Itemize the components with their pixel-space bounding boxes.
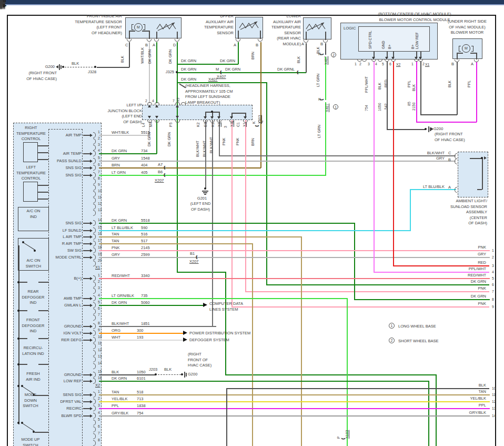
j203-label: J203	[149, 367, 157, 373]
wire-circuit: 542	[384, 103, 388, 110]
module-pin-num: 3	[368, 62, 370, 66]
g200-left-name: G200	[35, 64, 55, 70]
module-pin-num: 2	[422, 62, 425, 66]
junction-bottom-pin: 3	[224, 126, 227, 128]
splice-j328-dot	[94, 66, 96, 68]
g200-hvac-name: G200	[188, 372, 197, 378]
g201-loc: (LEFT END OF DASH)	[184, 201, 217, 212]
wire-label: BLK	[297, 56, 300, 63]
connector-name: X407	[217, 74, 226, 80]
wire-label: DK GRN	[181, 58, 196, 64]
junction-bottom-pin: M4	[149, 122, 153, 127]
note-2-text: SHORT WHEEL BASE	[398, 339, 439, 344]
module-pin-num: 1	[411, 62, 414, 66]
pin-letter: A	[234, 43, 236, 48]
module-pin-num: 6	[389, 62, 391, 66]
splice-label: B1	[190, 251, 195, 257]
connector-name: X407	[324, 56, 328, 65]
g201-name: G201	[190, 196, 214, 202]
inline-connector-icon: ((	[255, 126, 258, 127]
g200-mid-loc: (RIGHT FRONT OF HVAC CASE)	[435, 132, 465, 143]
pin-letter: A	[301, 42, 304, 47]
wire-label: BLK/WHT	[408, 151, 445, 156]
note-ref-2: 2	[331, 52, 336, 57]
junction-block-box	[142, 105, 253, 120]
junction-bottom-pin: K	[252, 121, 256, 124]
pin-letter: D	[173, 43, 176, 48]
pin-letter: A	[448, 185, 451, 191]
module-pin-label: B+	[411, 44, 415, 49]
wire-label: PNK	[222, 138, 226, 145]
inline-connector-icon: ((	[341, 439, 345, 440]
junction-x9-label: X9	[176, 97, 180, 102]
connector-name: X103	[345, 430, 349, 439]
note-ref-1: 1	[333, 104, 338, 110]
wire-label: LT GRN	[316, 74, 320, 87]
junction-top-pin: 7	[173, 99, 175, 103]
motor-title: (UNDER RIGHT SIDE OF HVAC MODULE) BLOWER…	[441, 19, 493, 36]
wire-label: DK GRN	[167, 132, 171, 146]
module-x1-label: X1	[425, 63, 429, 66]
junction-bottom-pin: K1	[211, 122, 215, 127]
head-x2-label: X2	[95, 383, 100, 389]
upper-sensor-title: UPPER AUXILIARY AIR TEMPERATURE SENSOR	[189, 14, 234, 36]
inline-connector-icon: ((	[319, 55, 323, 55]
module-pin-label: GND	[381, 41, 385, 49]
wire-circuit: 2150	[412, 102, 416, 111]
wire-label: BLK/WHT	[209, 137, 213, 153]
wire-label: GRY	[408, 156, 445, 162]
wire-circuit: 754	[365, 105, 368, 111]
wire-label: PPL/WHT	[365, 76, 368, 93]
headliner-note: (HEADLINER HARNESS, APPROXIMATELY 105 CM…	[185, 83, 254, 105]
wire-label: DK GRN	[148, 49, 152, 64]
connector-name: X207	[155, 178, 164, 184]
connector-name: X407	[208, 77, 218, 83]
ambient-title: AMBIENT LIGHT/ SUNLOAD SENSOR ASSEMBLY (…	[440, 199, 487, 226]
wire-label: RED	[384, 80, 388, 87]
splice-j203-dot	[155, 373, 157, 375]
junction-bottom-pin: L4	[142, 123, 145, 127]
pin-letter: C	[125, 43, 128, 48]
wire-label: PPL	[467, 81, 471, 87]
note-2-circle: 2	[389, 338, 395, 343]
g200-left-wire: BLK	[72, 61, 79, 67]
junction-bottom-pin: X11	[230, 121, 234, 127]
connector-pin: L	[293, 67, 295, 73]
connector-pin: P	[337, 436, 340, 439]
junction-bottom-pin: C1	[236, 122, 240, 127]
wire-label: BRN	[251, 52, 255, 60]
connector-name: X207	[189, 259, 199, 265]
wire-circuit: 85	[407, 102, 411, 106]
connector-name: X407	[325, 104, 329, 112]
wire-label: BLK/WHT	[203, 141, 206, 157]
power-dist-arrow-icon	[183, 331, 187, 335]
junction-bottom-pin: X1	[217, 122, 221, 127]
g200-mid-name: G200	[434, 126, 443, 132]
junction-top-pin: 4	[152, 99, 154, 103]
wire-label: DK GRN	[277, 67, 293, 73]
splice-label: B6	[158, 170, 163, 175]
splice-label: A7	[158, 162, 163, 168]
wire-label: BLK	[378, 83, 381, 90]
connector-name: X403	[258, 115, 261, 124]
head-x1-label: X1	[95, 265, 100, 271]
inline-connector-icon: ((	[164, 173, 164, 176]
computer-data-label: COMPUTER DATA LINES SYSTEM	[209, 301, 243, 312]
wire-label: BLK/WHT	[196, 141, 199, 157]
wire-label: LT BLU/BLK	[408, 184, 445, 190]
wire-label: WHT/BLK	[140, 47, 144, 64]
power-dist-label: POWER DISTRIBUTION SYSTEM	[189, 331, 250, 336]
pin-letter: B	[448, 157, 451, 163]
module-pin-num: 1	[355, 62, 357, 66]
wire-label: DK GRN	[147, 132, 151, 146]
wire-label: PPL	[407, 81, 411, 87]
j328-label: J328	[88, 70, 96, 75]
inline-connector-icon: ((	[319, 100, 323, 101]
wire-label: DK GRN	[225, 67, 240, 73]
front-sensor-box	[125, 17, 182, 38]
pin-letter: B	[256, 43, 258, 48]
blower-motor-box	[452, 38, 482, 59]
lower-sensor-box	[303, 17, 331, 39]
junction-top-pin: 2	[145, 99, 147, 103]
junction-bottom-pin: E3	[204, 122, 207, 127]
